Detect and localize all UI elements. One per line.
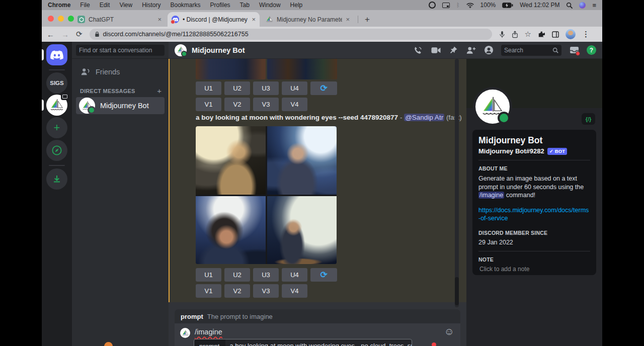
variation-button-v1[interactable]: V1 [196,98,221,111]
add-friend-icon[interactable] [466,45,476,55]
explore-servers-button[interactable] [46,140,67,161]
share-icon[interactable] [512,31,518,38]
emoji-picker-icon[interactable]: ☺ [444,326,454,336]
menubar-app-name[interactable]: Chrome [48,2,70,9]
command-option-box[interactable]: prompt a boy looking at moon with wonder… [194,339,412,346]
generated-image-1[interactable] [196,126,266,195]
address-bar[interactable]: discord.com/channels/@me/112828885506221… [90,29,492,40]
option-value-input[interactable]: a boy looking at moon with wondering eye… [225,342,412,346]
dm-midjourney-avatar[interactable] [46,95,67,116]
dm-item-midjourney-bot[interactable]: Midjourney Bot [76,97,165,114]
spotlight-icon[interactable] [566,2,573,9]
siri-icon[interactable] [579,2,586,9]
menubar-clock[interactable]: Wed 12:02 PM [520,2,559,9]
imagine-command-pill[interactable]: /imagine [478,192,504,199]
tab-close-icon[interactable]: × [252,16,256,23]
menu-view[interactable]: View [119,2,132,9]
tab-chatgpt[interactable]: ChatGPT × [73,12,166,27]
slash-commands-badge[interactable]: {/} [582,113,595,125]
back-button[interactable]: ← [47,30,54,39]
menu-bookmarks[interactable]: Bookmarks [171,2,201,9]
bookmark-star-icon[interactable]: ☆ [525,30,531,39]
discord-home-button[interactable] [46,44,67,65]
video-call-icon[interactable] [431,45,441,55]
menu-history[interactable]: History [142,2,160,9]
previous-grid-image-right[interactable] [267,59,337,79]
window-controls[interactable] [48,16,74,22]
download-apps-button[interactable] [46,168,67,190]
generated-image-3[interactable] [196,196,266,265]
upscale-button-u1[interactable]: U1 [196,268,221,282]
extensions-puzzle-icon[interactable] [538,31,545,38]
menu-help[interactable]: Help [290,2,303,9]
user-avatar-peek[interactable] [104,342,113,346]
inbox-icon[interactable] [569,45,579,55]
midjourney-image-grid[interactable] [196,126,337,264]
chat-scrollbar[interactable] [455,59,459,307]
upscale-button-u2[interactable]: U2 [224,81,250,95]
upscale-button-u3[interactable]: U3 [253,268,279,282]
server-sigs[interactable]: SIGS [46,72,67,94]
generated-image-2[interactable] [267,126,337,195]
sidebar-panel-icon[interactable] [552,31,559,38]
chat-header-avatar[interactable] [175,44,187,56]
tab-close-icon[interactable]: × [346,16,350,23]
chrome-menu-icon[interactable]: ⋮ [582,30,590,39]
slash-command-hint[interactable]: prompt The prompt to imagine [175,309,460,323]
upscale-button-u2[interactable]: U2 [224,268,250,282]
tab-discord-active[interactable]: • Discord | @Midjourney Bot × [168,12,260,27]
conversation-search-button[interactable]: Find or start a conversation [76,45,165,56]
generated-image-4[interactable] [267,196,337,265]
slash-command-text[interactable]: /imagine [195,328,222,336]
previous-grid-image-left[interactable] [196,59,266,79]
wifi-icon[interactable] [466,3,474,8]
reroll-button[interactable]: ⟳ [310,268,337,282]
mic-icon[interactable] [499,31,505,38]
help-icon[interactable]: ? [587,45,596,55]
window-manager-icon[interactable] [442,3,450,8]
new-tab-button[interactable]: + [365,15,370,25]
tab-close-icon[interactable]: × [157,16,162,23]
control-center-icon[interactable]: ≡ [592,2,596,9]
upscale-button-u3[interactable]: U3 [253,81,279,95]
menu-edit[interactable]: Edit [100,2,110,9]
scrollbar-thumb[interactable] [455,277,459,305]
bluetooth-icon[interactable]: ᛒ [456,2,460,8]
upscale-button-u4[interactable]: U4 [282,81,307,95]
reload-button[interactable]: ⟳ [76,30,83,39]
menu-file[interactable]: File [80,2,90,9]
close-window-button[interactable] [48,16,54,22]
variation-button-v3[interactable]: V3 [253,98,279,111]
profile-avatar[interactable] [473,87,512,126]
chrome-profile-avatar[interactable] [566,29,576,39]
variation-button-v2[interactable]: V2 [224,284,250,298]
user-mention[interactable]: @Sandip Atr [404,114,444,121]
menu-profiles[interactable]: Profiles [210,2,230,9]
menu-tab[interactable]: Tab [240,2,250,9]
variation-button-v4[interactable]: V4 [282,98,307,111]
variation-button-v3[interactable]: V3 [253,284,279,298]
screen-record-icon[interactable] [429,2,436,9]
forward-button[interactable]: → [61,30,69,39]
message-composer[interactable]: /imagine ☺ prompt a boy looking at moon … [175,323,460,346]
upscale-button-u1[interactable]: U1 [196,81,221,95]
upscale-button-u4[interactable]: U4 [282,268,307,282]
menu-window[interactable]: Window [259,2,281,9]
variation-button-v1[interactable]: V1 [196,284,221,298]
create-dm-icon[interactable]: + [157,86,162,95]
tab-midjourney[interactable]: Midjourney No Parameter × [262,12,354,27]
variation-button-v4[interactable]: V4 [282,284,307,298]
variation-button-v2[interactable]: V2 [224,98,250,111]
dm-section-header[interactable]: DIRECT MESSAGES [80,88,135,94]
chat-search-input[interactable]: Search [501,45,561,56]
terms-link[interactable]: https://docs.midjourney.com/docs/terms-o… [478,206,590,223]
prompt-text: a boy looking at moon with wondering eye… [196,114,398,121]
minimize-window-button[interactable] [58,16,64,22]
note-placeholder[interactable]: Click to add a note [478,266,590,273]
reroll-button[interactable]: ⟳ [310,81,337,95]
user-profile-icon[interactable] [484,45,494,55]
voice-call-icon[interactable] [413,45,423,55]
sidebar-item-friends[interactable]: Friends [76,64,165,80]
add-server-button[interactable]: + [46,117,67,138]
pin-icon[interactable] [448,45,458,55]
